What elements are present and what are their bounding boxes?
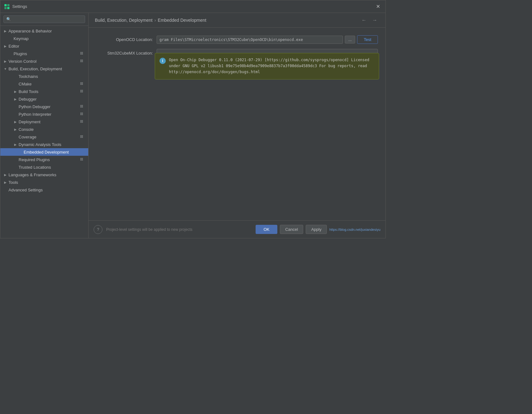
sidebar-item-label: Python Debugger [19, 104, 50, 109]
grid-icon [79, 59, 84, 64]
chevron-icon: ▶ [3, 59, 8, 64]
settings-window: Settings ✕ ▶Appearance & BehaviorKeymap▶… [0, 0, 386, 238]
openocd-input-group: ... Test [157, 35, 378, 44]
sidebar-item-label: Plugins [14, 51, 27, 56]
sidebar-item-deployment[interactable]: ▶Deployment [0, 118, 88, 125]
sidebar-item-dynamic-analysis[interactable]: ▶Dynamic Analysis Tools [0, 141, 88, 148]
chevron-icon: ▶ [3, 28, 8, 33]
chevron-icon [8, 51, 13, 56]
breadcrumb: Build, Execution, Deployment › Embedded … [95, 18, 206, 23]
main-content: Build, Execution, Deployment › Embedded … [89, 13, 385, 238]
grid-icon [79, 112, 84, 117]
sidebar-item-tools[interactable]: ▶Tools [0, 178, 88, 186]
chevron-icon: ▶ [13, 89, 18, 94]
svg-rect-0 [4, 4, 7, 6]
openocd-input[interactable] [157, 36, 343, 44]
sidebar-item-label: Tools [9, 180, 18, 185]
main-body: OpenOCD Location: ... Test Stm32CubeMX L… [89, 28, 385, 220]
tooltip-popup: i Open On-Chip Debugger 0.11.0 (2021-07-… [155, 53, 379, 79]
sidebar-item-label: Build, Execution, Deployment [9, 67, 62, 71]
sidebar-item-coverage[interactable]: Coverage [0, 133, 88, 141]
sidebar-item-trusted-locations[interactable]: Trusted Locations [0, 163, 88, 171]
sidebar-item-build-tools[interactable]: ▶Build Tools [0, 88, 88, 95]
openocd-browse-button[interactable]: ... [345, 36, 355, 44]
forward-button[interactable]: → [370, 17, 379, 24]
apply-button[interactable]: Apply [306, 225, 327, 234]
chevron-icon [13, 74, 18, 79]
sidebar-item-advanced-settings[interactable]: Advanced Settings [0, 186, 88, 194]
sidebar-item-appearance[interactable]: ▶Appearance & Behavior [0, 27, 88, 35]
sidebar-item-label: Appearance & Behavior [9, 29, 52, 33]
grid-icon [79, 51, 84, 56]
tooltip-info-icon: i [159, 58, 166, 64]
sidebar-item-label: Debugger [19, 97, 37, 102]
sidebar-item-label: Required Plugins [19, 157, 50, 162]
breadcrumb-current: Embedded Development [158, 18, 206, 23]
footer-hint: Project-level settings will be applied t… [106, 227, 256, 232]
sidebar-item-label: Deployment [19, 120, 40, 124]
grid-icon [79, 81, 84, 86]
titlebar: Settings ✕ [0, 0, 385, 13]
breadcrumb-parent: Build, Execution, Deployment [95, 18, 153, 23]
back-button[interactable]: ← [360, 17, 368, 24]
sidebar-item-label: Editor [9, 44, 19, 49]
sidebar-item-toolchains[interactable]: Toolchains [0, 73, 88, 80]
chevron-icon: ▶ [3, 172, 8, 177]
sidebar-item-languages-frameworks[interactable]: ▶Languages & Frameworks [0, 171, 88, 178]
svg-rect-2 [4, 7, 7, 9]
sidebar-item-label: Python Interpreter [19, 112, 51, 117]
sidebar-item-embedded-development[interactable]: Embedded Development [0, 148, 88, 156]
grid-icon [79, 89, 84, 94]
sidebar-item-editor[interactable]: ▶Editor [0, 42, 88, 50]
sidebar-item-label: Trusted Locations [19, 165, 51, 170]
main-header: Build, Execution, Deployment › Embedded … [89, 13, 385, 28]
chevron-icon [13, 81, 18, 86]
sidebar: ▶Appearance & BehaviorKeymap▶EditorPlugi… [0, 13, 89, 238]
grid-icon [79, 157, 84, 162]
cancel-button[interactable]: Cancel [280, 225, 303, 234]
sidebar-item-label: Keymap [14, 36, 29, 41]
sidebar-item-label: Build Tools [19, 89, 38, 94]
sidebar-item-version-control[interactable]: ▶Version Control [0, 57, 88, 65]
sidebar-item-console[interactable]: ▶Console [0, 125, 88, 133]
footer-link[interactable]: https://blog.csdn.net/juxiandesiyu [329, 228, 380, 231]
content-area: ▶Appearance & BehaviorKeymap▶EditorPlugi… [0, 13, 385, 238]
sidebar-item-label: Embedded Development [24, 150, 69, 155]
search-input[interactable] [3, 15, 85, 23]
sidebar-item-python-interpreter[interactable]: Python Interpreter [0, 110, 88, 118]
chevron-icon [13, 157, 18, 162]
sidebar-item-cmake[interactable]: CMake [0, 80, 88, 88]
search-box [0, 13, 88, 26]
grid-icon [79, 104, 84, 109]
sidebar-item-debugger[interactable]: ▶Debugger [0, 95, 88, 103]
chevron-icon [13, 104, 18, 109]
chevron-icon: ▶ [13, 119, 18, 124]
openocd-label: OpenOCD Location: [96, 37, 153, 42]
openocd-test-button[interactable]: Test [357, 35, 378, 44]
svg-rect-1 [7, 4, 9, 6]
sidebar-item-keymap[interactable]: Keymap [0, 35, 88, 42]
chevron-icon: ▶ [13, 127, 18, 132]
chevron-icon: ▶ [3, 44, 8, 49]
sidebar-item-required-plugins[interactable]: Required Plugins [0, 156, 88, 163]
chevron-icon [18, 149, 23, 155]
grid-icon [79, 119, 84, 124]
close-button[interactable]: ✕ [374, 3, 382, 10]
sidebar-item-python-debugger[interactable]: Python Debugger [0, 103, 88, 110]
sidebar-item-build-execution[interactable]: ▼Build, Execution, Deployment [0, 65, 88, 73]
footer: ? Project-level settings will be applied… [89, 220, 385, 238]
sidebar-item-label: Dynamic Analysis Tools [19, 142, 61, 147]
sidebar-item-label: Coverage [19, 135, 36, 139]
help-button[interactable]: ? [94, 225, 102, 234]
sidebar-item-label: CMake [19, 82, 32, 86]
chevron-icon: ▶ [13, 96, 18, 102]
chevron-icon [8, 36, 13, 41]
breadcrumb-separator: › [154, 18, 156, 23]
window-title: Settings [12, 4, 27, 9]
sidebar-item-label: Version Control [9, 59, 37, 64]
svg-rect-3 [7, 7, 9, 9]
footer-buttons: OK Cancel Apply [256, 225, 327, 234]
ok-button[interactable]: OK [256, 225, 277, 234]
sidebar-item-plugins[interactable]: Plugins [0, 50, 88, 57]
sidebar-item-label: Toolchains [19, 74, 38, 79]
